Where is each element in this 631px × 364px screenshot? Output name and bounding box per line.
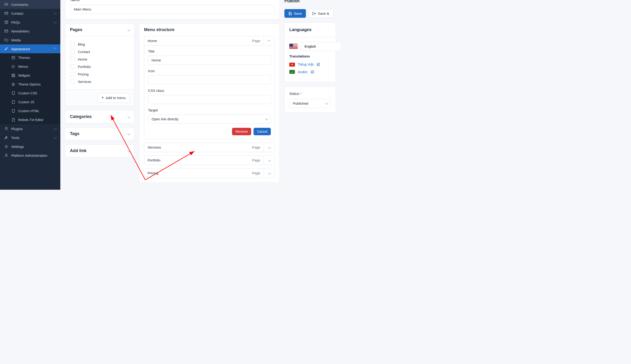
txt-icon <box>11 118 16 122</box>
menu-item-name: Home <box>148 39 157 43</box>
icon-input[interactable] <box>148 75 271 84</box>
save-button[interactable]: Save <box>284 9 306 18</box>
page-name: Contact <box>78 50 90 54</box>
menu-item-toggle[interactable] <box>264 143 274 152</box>
sidebar-item-appearance[interactable]: Appearance <box>0 44 60 53</box>
chevron-down-icon <box>127 114 130 119</box>
target-label: Target <box>148 108 271 112</box>
menu-item-header[interactable]: PortfolioPage <box>144 156 264 165</box>
sidebar-item-faqs[interactable]: FAQs <box>0 18 60 27</box>
menu-item-header[interactable]: Home Page <box>144 36 264 45</box>
sidebar-sub-widgets[interactable]: Widgets <box>0 71 60 80</box>
chevron-down-icon <box>54 21 56 24</box>
status-select[interactable] <box>289 99 331 108</box>
menu-item: PricingPage <box>144 168 275 178</box>
menu-item-type: Page <box>252 39 260 43</box>
menu-item-header[interactable]: PricingPage <box>144 168 264 178</box>
sidebar-label: Appearance <box>11 47 30 51</box>
sidebar-label: Plugins <box>11 127 23 131</box>
sidebar-item-comments[interactable]: Comments <box>0 0 60 9</box>
name-card: Name* <box>65 0 280 19</box>
sidebar-sub-theme-options[interactable]: Theme Options <box>0 80 60 89</box>
required-indicator: * <box>300 92 302 96</box>
svg-point-7 <box>14 57 14 58</box>
menu-item: ServicesPage <box>144 142 275 152</box>
page-checkbox-row: Blog <box>70 40 130 48</box>
menu-item-name: Pricing <box>148 171 158 175</box>
menu-item-header[interactable]: ServicesPage <box>144 143 264 152</box>
chevron-down-icon <box>54 127 56 130</box>
page-name: Services <box>78 80 91 84</box>
publish-title: Publish <box>284 0 336 4</box>
cancel-button[interactable]: Cancel <box>253 128 271 135</box>
target-select[interactable] <box>148 114 271 124</box>
menu-item-toggle[interactable] <box>264 156 274 165</box>
checkbox[interactable] <box>70 64 75 69</box>
checkbox[interactable] <box>70 42 75 46</box>
css-input[interactable] <box>148 95 271 104</box>
menu-item-toggle[interactable] <box>264 36 274 45</box>
name-label: Name* <box>70 0 274 2</box>
sidebar-sub-custom-js[interactable]: Custom JS <box>0 98 60 106</box>
sidebar-sub-custom-html[interactable]: Custom HTML <box>0 106 60 116</box>
sidebar-item-tools[interactable]: Tools <box>0 133 60 142</box>
sidebar-sub-themes[interactable]: Themes <box>0 53 60 62</box>
save-exit-button[interactable]: Save & <box>308 9 333 18</box>
sidebar-item-newsletters[interactable]: Newsletters <box>0 27 60 36</box>
status-label: Status * <box>289 92 331 96</box>
page-checkbox-row: Portfolio <box>70 63 130 70</box>
menu-item-toggle[interactable] <box>264 168 274 178</box>
title-input[interactable] <box>148 56 271 65</box>
tags-card[interactable]: Tags <box>65 127 134 140</box>
checkbox[interactable] <box>70 57 75 62</box>
sidebar-item-settings[interactable]: Settings <box>0 142 60 151</box>
svg-rect-13 <box>12 76 13 77</box>
sidebar-sub-label: Custom JS <box>18 100 34 104</box>
pages-card: Pages BlogContactHomePortfolioPricingSer… <box>65 23 134 106</box>
required-indicator: * <box>81 0 83 2</box>
sidebar-item-media[interactable]: Media <box>0 36 60 44</box>
menu-item: PortfolioPage <box>144 155 275 165</box>
page-name: Home <box>78 57 87 61</box>
sidebar-item-plugins[interactable]: Plugins <box>0 124 60 133</box>
svg-rect-11 <box>12 74 13 75</box>
name-input[interactable] <box>70 5 274 14</box>
remove-button[interactable]: Remove <box>232 128 251 135</box>
sidebar-item-contact[interactable]: Contact <box>0 9 60 18</box>
edit-icon[interactable] <box>310 70 314 74</box>
html-icon <box>11 109 16 113</box>
sidebar-label: Newsletters <box>11 29 30 33</box>
sidebar-item-platform-admin[interactable]: Platform Administration <box>0 151 60 160</box>
sidebar-sub-label: Themes <box>18 56 30 60</box>
checkbox[interactable] <box>70 72 75 76</box>
edit-icon[interactable] <box>317 62 320 66</box>
checkbox[interactable] <box>70 79 75 84</box>
sidebar-sub-robots[interactable]: Robots.Txt Editor <box>0 116 60 124</box>
menu-item-name: Services <box>148 145 161 149</box>
css-icon <box>11 91 16 95</box>
svg-point-10 <box>12 68 13 68</box>
chevron-down-icon <box>268 145 270 149</box>
categories-card[interactable]: Categories <box>65 110 134 123</box>
save-exit-label: Save & <box>318 12 329 16</box>
flag-vn-icon <box>289 62 295 66</box>
sidebar-sub-label: Widgets <box>18 74 30 77</box>
sidebar-sub-menus[interactable]: Menus <box>0 62 60 71</box>
menu-item-detail: Title Icon CSS class <box>144 45 274 139</box>
languages-title: Languages <box>285 23 336 37</box>
language-select[interactable] <box>301 42 341 51</box>
chevron-down-icon <box>127 148 130 153</box>
save-icon <box>288 12 292 16</box>
svg-rect-0 <box>5 12 8 15</box>
svg-rect-3 <box>5 30 8 32</box>
page-name: Blog <box>78 42 85 46</box>
addlink-card[interactable]: Add link <box>65 144 134 157</box>
pages-header[interactable]: Pages <box>65 24 134 36</box>
checkbox[interactable] <box>70 49 75 54</box>
add-to-menu-button[interactable]: Add to menu <box>97 93 130 102</box>
translation-link[interactable]: Arabic <box>298 70 308 74</box>
flag-ar-icon <box>289 70 295 74</box>
sidebar-sub-custom-css[interactable]: Custom CSS <box>0 89 60 98</box>
translation-link[interactable]: Tiếng Việt <box>298 62 314 66</box>
sidebar-sub-label: Custom HTML <box>18 109 39 113</box>
